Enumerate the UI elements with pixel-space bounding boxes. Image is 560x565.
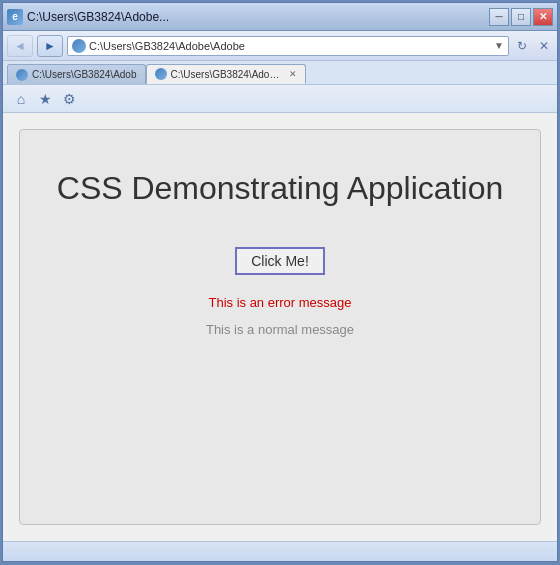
tabs-bar: C:\Users\GB3824\Adob C:\Users\GB3824\Ado… bbox=[3, 61, 557, 85]
window-icon: e bbox=[7, 9, 23, 25]
content-area: CSS Demonstrating Application Click Me! … bbox=[3, 113, 557, 541]
dropdown-arrow[interactable]: ▼ bbox=[494, 40, 504, 51]
tab-2-close-icon[interactable]: ✕ bbox=[289, 69, 297, 79]
page-icon bbox=[72, 39, 86, 53]
tab-2-label: C:\Users\GB3824\Adobe ... bbox=[171, 69, 283, 80]
browser-window: e C:\Users\GB3824\Adobe... ─ □ ✕ ◄ ► ▼ ↻… bbox=[2, 2, 558, 562]
home-button[interactable]: ⌂ bbox=[11, 89, 31, 109]
tab-2-icon bbox=[155, 68, 167, 80]
title-bar-left: e C:\Users\GB3824\Adobe... bbox=[7, 9, 169, 25]
favorites-button[interactable]: ★ bbox=[35, 89, 55, 109]
title-bar-controls: ─ □ ✕ bbox=[489, 8, 553, 26]
error-message: This is an error message bbox=[208, 295, 351, 310]
nav-bar: ◄ ► ▼ ↻ ✕ bbox=[3, 31, 557, 61]
title-bar: e C:\Users\GB3824\Adobe... ─ □ ✕ bbox=[3, 3, 557, 31]
tab-1-icon bbox=[16, 69, 28, 81]
back-button[interactable]: ◄ bbox=[7, 35, 33, 57]
status-bar bbox=[3, 541, 557, 561]
minimize-button[interactable]: ─ bbox=[489, 8, 509, 26]
tab-2[interactable]: C:\Users\GB3824\Adobe ... ✕ bbox=[146, 64, 306, 84]
click-me-button[interactable]: Click Me! bbox=[235, 247, 325, 275]
maximize-button[interactable]: □ bbox=[511, 8, 531, 26]
page-heading: CSS Demonstrating Application bbox=[57, 170, 503, 207]
address-bar[interactable]: ▼ bbox=[67, 36, 509, 56]
refresh-button[interactable]: ↻ bbox=[513, 37, 531, 55]
forward-button[interactable]: ► bbox=[37, 35, 63, 57]
address-input[interactable] bbox=[89, 40, 492, 52]
close-button[interactable]: ✕ bbox=[533, 8, 553, 26]
settings-button[interactable]: ⚙ bbox=[59, 89, 79, 109]
toolbar: ⌂ ★ ⚙ bbox=[3, 85, 557, 113]
tab-1[interactable]: C:\Users\GB3824\Adob bbox=[7, 64, 146, 84]
window-title: C:\Users\GB3824\Adobe... bbox=[27, 10, 169, 24]
tab-1-label: C:\Users\GB3824\Adob bbox=[32, 69, 137, 80]
normal-message: This is a normal message bbox=[206, 322, 354, 337]
page-content: CSS Demonstrating Application Click Me! … bbox=[19, 129, 541, 525]
stop-button[interactable]: ✕ bbox=[535, 37, 553, 55]
